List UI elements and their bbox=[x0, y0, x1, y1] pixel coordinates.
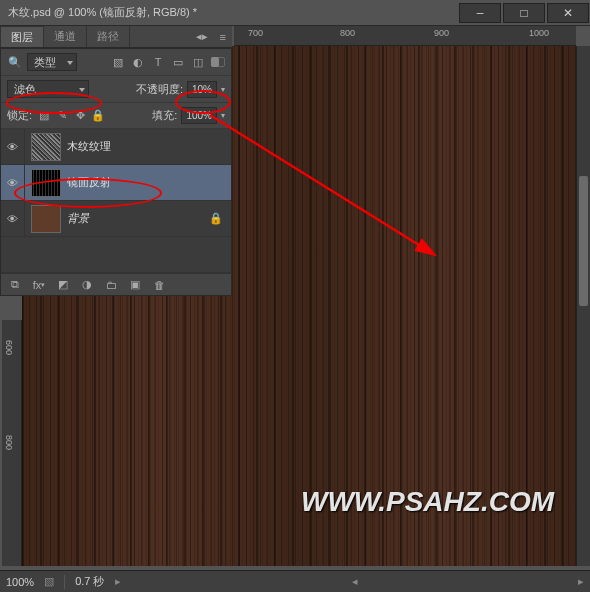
hscroll-left-icon[interactable]: ◂ bbox=[352, 575, 358, 588]
layer-thumbnail[interactable] bbox=[31, 205, 61, 233]
fill-field[interactable]: 100% bbox=[181, 107, 217, 124]
watermark-text: WWW.PSAHZ.COM bbox=[301, 486, 554, 518]
window-maximize-button[interactable]: □ bbox=[503, 3, 545, 23]
ruler-tick: 800 bbox=[340, 28, 355, 38]
lock-all-icon[interactable]: 🔒 bbox=[90, 108, 106, 124]
document-title: 木纹.psd @ 100% (镜面反射, RGB/8) * bbox=[8, 5, 197, 20]
filter-type-icon[interactable]: T bbox=[149, 53, 167, 71]
ruler-tick: 1000 bbox=[529, 28, 549, 38]
filter-toggle[interactable] bbox=[211, 57, 225, 67]
ruler-tick: 600 bbox=[4, 340, 14, 355]
link-layers-icon[interactable]: ⧉ bbox=[7, 277, 23, 293]
blend-mode-select[interactable]: 滤色 bbox=[7, 80, 89, 98]
timing-info: 0.7 秒 bbox=[75, 574, 104, 589]
new-layer-icon[interactable]: ▣ bbox=[127, 277, 143, 293]
info-flyout-icon[interactable]: ▸ bbox=[115, 575, 121, 588]
panel-menu-icon[interactable]: ≡ bbox=[214, 26, 232, 47]
search-icon: 🔍 bbox=[7, 54, 23, 70]
filter-pixel-icon[interactable]: ▧ bbox=[109, 53, 127, 71]
opacity-flyout-icon[interactable]: ▾ bbox=[221, 85, 225, 94]
visibility-toggle[interactable]: 👁 bbox=[1, 129, 25, 164]
layer-row[interactable]: 👁 木纹纹理 bbox=[1, 129, 231, 165]
ruler-horizontal: 700 800 900 1000 bbox=[234, 26, 576, 46]
status-bar: 100% ▧ 0.7 秒 ▸ ◂ ▸ bbox=[0, 570, 590, 592]
status-icon[interactable]: ▧ bbox=[44, 575, 54, 588]
layer-mask-icon[interactable]: ◩ bbox=[55, 277, 71, 293]
fill-label: 填充: bbox=[152, 108, 177, 123]
filter-shape-icon[interactable]: ▭ bbox=[169, 53, 187, 71]
tab-layers[interactable]: 图层 bbox=[0, 26, 44, 47]
window-minimize-button[interactable]: – bbox=[459, 3, 501, 23]
zoom-level[interactable]: 100% bbox=[6, 576, 34, 588]
layer-row[interactable]: 👁 镜面反射 bbox=[1, 165, 231, 201]
ruler-tick: 700 bbox=[248, 28, 263, 38]
tab-channels[interactable]: 通道 bbox=[44, 26, 87, 47]
layer-name[interactable]: 镜面反射 bbox=[67, 175, 231, 190]
visibility-toggle[interactable]: 👁 bbox=[1, 201, 25, 236]
opacity-field[interactable]: 10% bbox=[187, 81, 217, 98]
window-close-button[interactable]: ✕ bbox=[547, 3, 589, 23]
layers-list: 👁 木纹纹理 👁 镜面反射 👁 背景 🔒 bbox=[1, 129, 231, 273]
lock-position-icon[interactable]: ✥ bbox=[72, 108, 88, 124]
lock-image-icon[interactable]: ✎ bbox=[54, 108, 70, 124]
layer-thumbnail[interactable] bbox=[31, 169, 61, 197]
lock-label: 锁定: bbox=[7, 108, 32, 123]
fill-flyout-icon[interactable]: ▾ bbox=[221, 111, 225, 120]
ruler-vertical: 600 800 bbox=[2, 320, 22, 566]
hscroll-right-icon[interactable]: ▸ bbox=[578, 575, 584, 588]
lock-transparency-icon[interactable]: ▨ bbox=[36, 108, 52, 124]
vertical-scrollbar[interactable] bbox=[576, 46, 590, 566]
delete-layer-icon[interactable]: 🗑 bbox=[151, 277, 167, 293]
adjustment-layer-icon[interactable]: ◑ bbox=[79, 277, 95, 293]
layer-row[interactable]: 👁 背景 🔒 bbox=[1, 201, 231, 237]
new-group-icon[interactable]: 🗀 bbox=[103, 277, 119, 293]
lock-icon: 🔒 bbox=[209, 212, 231, 225]
layer-thumbnail[interactable] bbox=[31, 133, 61, 161]
layer-name[interactable]: 木纹纹理 bbox=[67, 139, 231, 154]
layer-filter-kind-select[interactable]: 类型 bbox=[27, 53, 77, 71]
layer-name[interactable]: 背景 bbox=[67, 211, 209, 226]
layer-style-icon[interactable]: fx▾ bbox=[31, 277, 47, 293]
tab-paths[interactable]: 路径 bbox=[87, 26, 130, 47]
visibility-toggle[interactable]: 👁 bbox=[1, 165, 25, 200]
ruler-tick: 800 bbox=[4, 435, 14, 450]
filter-adjustment-icon[interactable]: ◐ bbox=[129, 53, 147, 71]
panel-collapse-icon[interactable]: ◂▸ bbox=[190, 26, 214, 47]
scrollbar-thumb[interactable] bbox=[579, 176, 588, 306]
opacity-label: 不透明度: bbox=[136, 82, 183, 97]
filter-smart-icon[interactable]: ◫ bbox=[189, 53, 207, 71]
ruler-tick: 900 bbox=[434, 28, 449, 38]
